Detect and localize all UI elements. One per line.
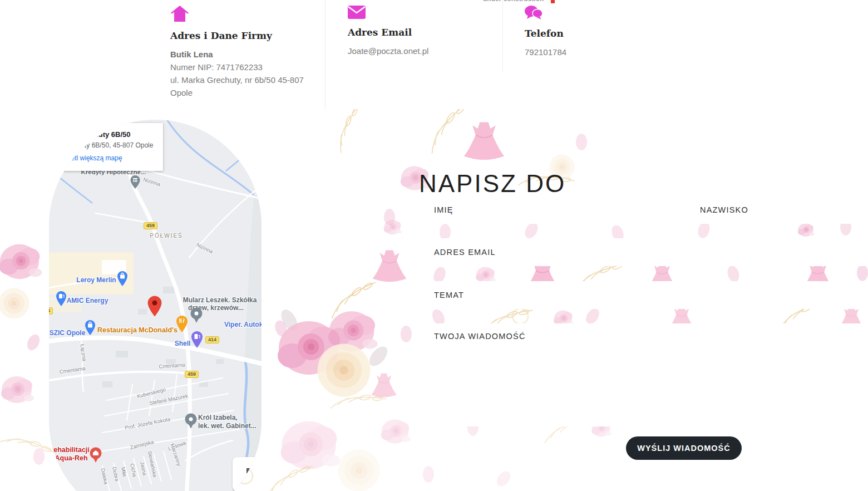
road-badge-459: 459 xyxy=(144,222,157,229)
subject-input[interactable] xyxy=(422,281,868,309)
map-poi-szic-opole: SZIC Opole xyxy=(50,329,86,337)
company-city: Opole xyxy=(170,86,304,99)
view-larger-map-link[interactable]: Wyświetl większą mapę xyxy=(52,154,163,162)
map-info-address: Marka Grechuty 6B/50, 45-807 Opole xyxy=(49,141,163,149)
send-message-button[interactable]: WYŚLIJ WIADOMOŚĆ xyxy=(626,436,742,460)
pegman-icon xyxy=(246,468,250,473)
leroy-merlin-pin-icon[interactable] xyxy=(117,271,128,286)
first-name-input[interactable] xyxy=(422,196,677,224)
mularz-pin-icon[interactable] xyxy=(190,307,203,323)
under-construction-label: under construction xyxy=(483,0,544,3)
company-street: ul. Marka Grechuty, nr 6b/50 45-807 xyxy=(170,73,304,86)
road-badge-4: 4 xyxy=(49,307,53,315)
company-nip: Numer NIP: 7471762233 xyxy=(170,61,304,73)
company-name: Butik Lena xyxy=(170,48,304,61)
email-input[interactable] xyxy=(422,238,868,266)
location-marker-icon[interactable] xyxy=(147,296,162,317)
map-poi-amic-energy: AMIC Energy xyxy=(67,297,108,305)
map-poi-mcdonalds: Restauracja McDonald's xyxy=(97,326,177,334)
map-poi-aqua-line2: Aqua-Reh xyxy=(55,454,87,462)
map-area-polwies: PÓŁWIEŚ xyxy=(150,233,183,239)
email-card: Adres Email Joate@poczta.onet.pl xyxy=(348,6,428,57)
map-poi-mularz-line1: Mularz Leszek. Szkółka xyxy=(183,296,257,304)
shell-pin-icon[interactable] xyxy=(191,331,203,348)
amic-energy-pin-icon[interactable] xyxy=(56,291,67,306)
aqua-reh-pin-icon[interactable] xyxy=(89,447,102,463)
map-poi-leroy-merlin: Leroy Merlin xyxy=(76,276,116,284)
under-construction-banner: under construction xyxy=(483,0,561,4)
phone-card-title: Telefon xyxy=(525,28,566,39)
bank-pin-icon[interactable] xyxy=(130,175,140,189)
phone-value: 792101784 xyxy=(525,46,566,58)
map-poi-krol-line2: lek. wet. Gabinet... xyxy=(198,422,257,430)
map-poi-krol-line1: Król Izabela, xyxy=(198,414,238,421)
map-poi-aqua-line1: Rehabilitacji xyxy=(49,446,90,454)
map-poi-viper: Viper. Autokor... xyxy=(224,321,262,328)
address-card: Adres i Dane Firmy Butik Lena Numer NIP:… xyxy=(170,6,304,99)
envelope-icon xyxy=(348,6,428,21)
last-name-input[interactable] xyxy=(688,196,868,224)
mcdonalds-pin-icon[interactable] xyxy=(176,316,188,332)
contact-info-bar: Adres i Dane Firmy Butik Lena Numer NIP:… xyxy=(0,0,868,109)
message-textarea[interactable] xyxy=(422,323,868,426)
column-divider xyxy=(502,0,503,72)
column-divider xyxy=(325,0,326,109)
krol-pin-icon[interactable] xyxy=(184,413,198,429)
form-heading: NAPISZ DO xyxy=(419,170,566,198)
home-icon xyxy=(170,6,304,24)
map-info-window: Marka Grechuty 6B/50 Marka Grechuty 6B/5… xyxy=(49,123,163,171)
map-control-box[interactable] xyxy=(233,457,262,491)
phone-card: Telefon 792101784 xyxy=(525,6,566,58)
road-badge-459-2: 459 xyxy=(185,371,199,378)
chat-icon xyxy=(525,6,566,22)
google-map-embed[interactable]: Kredyty Hipoteczne... Nizinna 459 PÓŁWIE… xyxy=(49,120,262,491)
szic-pin-icon[interactable] xyxy=(85,320,96,335)
email-value: Joate@poczta.onet.pl xyxy=(348,45,428,57)
construction-icon xyxy=(551,0,555,3)
map-poi-shell: Shell xyxy=(175,340,191,347)
map-info-title: Marka Grechuty 6B/50 xyxy=(55,130,163,139)
road-badge-414: 414 xyxy=(205,336,219,343)
address-card-title: Adres i Dane Firmy xyxy=(170,30,304,41)
email-card-title: Adres Email xyxy=(348,27,428,38)
